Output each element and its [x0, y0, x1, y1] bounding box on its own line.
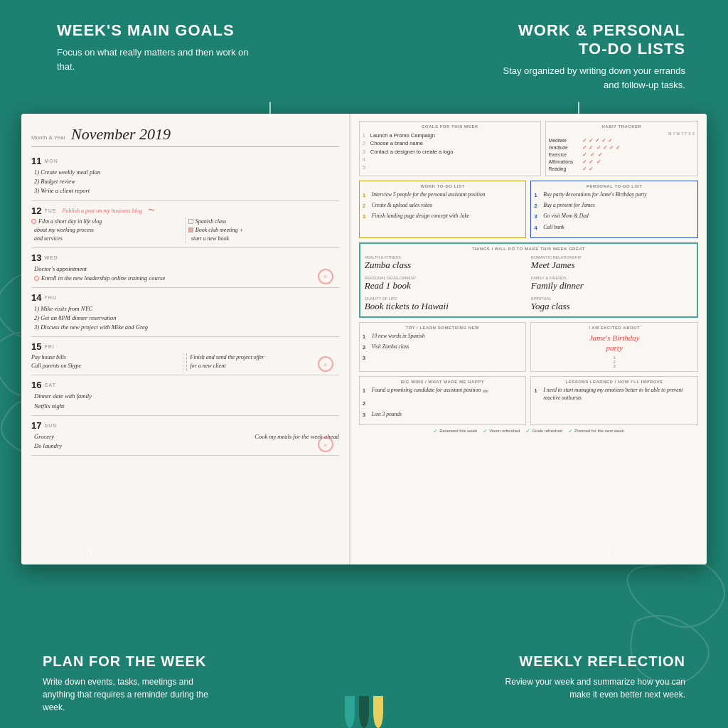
day-name-13: WED [44, 255, 58, 260]
arrow-down-right-icon: ↓ [572, 92, 586, 124]
habit-meditate: Meditate ✓✓✓✓✓ [549, 137, 695, 144]
bottom-right-body: Review your week and summarize how you c… [500, 675, 685, 701]
things-section: THINGS I WILL DO TO MAKE THIS WEEK GREAT… [359, 242, 698, 318]
habit-tracker: HABIT TRACKER MTWTFSS Meditate ✓✓✓✓✓ Gra… [545, 121, 698, 176]
day-num-16: 16 [31, 380, 41, 390]
arrow-up-left-icon: ↑ [85, 540, 96, 564]
goal-2: 2Choose a brand name [363, 139, 537, 147]
stamp-15: ⊕ [318, 356, 333, 372]
day-row-17: 17 SUN Grocery Do laundry Cook my meals … [31, 417, 339, 456]
lessons-title: LESSONS LEARNED / HOW I'LL IMPROVE [534, 380, 695, 384]
bookmark-yellow [373, 696, 383, 728]
arrow-up-right-icon: ↑ [604, 540, 614, 564]
left-page: Month & Year November 2019 11 MON 1) Cre… [21, 114, 350, 564]
try-title: TRY / LEARN SOMETHING NEW [363, 326, 523, 330]
goals-title: GOALS FOR THIS WEEK [363, 124, 537, 129]
win-1: 1 Found a promising candidate for assist… [363, 387, 523, 397]
personal-todo-title: PERSONAL TO-DO LIST [534, 184, 695, 188]
day-num-13: 13 [31, 252, 41, 263]
top-left-body: Focus on what really matters and then wo… [57, 46, 256, 73]
habit-affirmations: Affirmations ✓✓✓ [549, 159, 695, 165]
day-num-12: 12 [31, 205, 41, 216]
check-done-icon [188, 228, 193, 232]
win-2: 2 [363, 400, 523, 407]
check-bullet-icon [188, 219, 193, 224]
habit-title: HABIT TRACKER [549, 124, 695, 129]
wins-title: BIG WINS / WHAT MADE ME HAPPY [363, 380, 523, 384]
things-grid: Health & Fitness Zumba class Romantic Re… [363, 254, 694, 314]
habit-reading: Reading ✓✓ [549, 166, 695, 172]
day-num-15: 15 [31, 341, 41, 352]
right-page: GOALS FOR THIS WEEK 1Launch a Promo Camp… [350, 114, 707, 564]
top-left-label: WEEK'S MAIN GOALS Focus on what really m… [57, 21, 256, 92]
day-name-16: SAT [44, 382, 55, 387]
habit-exercise: Exercice ✓✓✓ [549, 151, 695, 158]
work-todo: WORK TO-DO LIST 1 Interview 5 people for… [359, 181, 527, 238]
excited-items-numbered: 123 [534, 355, 695, 368]
tue-right-col: Spanish class Book club meeting + start … [188, 218, 339, 243]
goal-5: 5 [363, 164, 537, 171]
excited-text: Jame's Birthday party [534, 333, 695, 353]
bookmark-teal [345, 696, 355, 728]
bottom-left-heading: PLAN FOR THE WEEK [43, 653, 228, 670]
day-num-11: 11 [31, 156, 41, 166]
day-name-11: MON [44, 159, 58, 164]
bookmarks [345, 696, 383, 728]
sun-left: Grocery Do laundry [31, 432, 196, 451]
day-content-14: 1) Mike visits from NYC 2) Get an 8PM di… [31, 304, 339, 333]
things-spiritual: Spiritual Yoga class [530, 295, 694, 314]
personal-todo-1: 1 Buy party decorations for Jame's Birth… [534, 191, 695, 199]
day-name-15: FRI [44, 344, 54, 349]
personal-todo-4: 4 Call bank [534, 224, 695, 232]
things-title: THINGS I WILL DO TO MAKE THIS WEEK GREAT [363, 247, 694, 251]
day-content-15: Pay house bills Call parents on Skype Fi… [31, 353, 339, 370]
goals-section: GOALS FOR THIS WEEK 1Launch a Promo Camp… [359, 121, 541, 176]
pencil-icon: ✏ [483, 387, 488, 397]
fri-right-col: Finish and send the project offer for a … [186, 353, 338, 370]
top-right-label: WORK & PERSONAL TO-DO LISTS Stay organiz… [486, 21, 685, 92]
day-row-14: 14 THU 1) Mike visits from NYC 2) Get an… [31, 289, 339, 338]
circle-bullet-13 [34, 276, 39, 281]
day-name-12: TUE [44, 208, 56, 213]
bottom-right-label: WEEKLY REFLECTION Review your week and s… [500, 653, 685, 714]
goal-1: 1Launch a Promo Campaign [363, 132, 537, 139]
stamp-17: ⊕ [318, 437, 333, 452]
day-content-11: 1) Create weekly meal plan 2) Budget rev… [31, 168, 339, 196]
things-personal-dev: Personal Development Read 1 book [363, 274, 528, 293]
personal-todo: PERSONAL TO-DO LIST 1 Buy party decorati… [530, 181, 698, 238]
check-icon-3: ✓ [525, 428, 530, 434]
bookmark-dark [359, 696, 369, 728]
rp-top-section: GOALS FOR THIS WEEK 1Launch a Promo Camp… [359, 121, 698, 176]
try-excited-section: TRY / LEARN SOMETHING NEW 1 10 new words… [359, 322, 698, 373]
goal-4: 4 [363, 156, 537, 164]
wins-section: BIG WINS / WHAT MADE ME HAPPY 1 Found a … [359, 376, 527, 424]
fri-left-col: Pay house bills Call parents on Skype [31, 353, 183, 370]
habit-grid: MTWTFSS Meditate ✓✓✓✓✓ Gratitude ✓✓✓✓✓✓ [549, 132, 695, 172]
work-todo-1: 1 Interview 5 people for the personal as… [363, 191, 523, 199]
month-label: Month & Year [31, 134, 65, 141]
day-row-12: 12 TUE Publish a post on my business blo… [31, 203, 339, 248]
goal-3: 3Contact a designer to create a logo [363, 148, 537, 156]
lesson-1: 1 I need to start managing my emotions b… [534, 387, 695, 402]
day-num-17: 17 [31, 420, 41, 431]
excited-line1: Jame's Birthday [534, 333, 695, 343]
win-3: 3 Lost 3 pounds [363, 411, 523, 419]
top-right-body: Stay organized by writing down your erra… [486, 64, 685, 92]
month-header: Month & Year November 2019 [31, 125, 339, 147]
day-row-13: 13 WED Doctor's appointment Enroll in th… [31, 250, 339, 288]
arrow-down-left-icon: ↓ [263, 92, 277, 124]
work-todo-2: 2 Create & upload sales video [363, 202, 523, 210]
excited-title: I AM EXCITED ABOUT [534, 326, 695, 330]
planner-notebook: Month & Year November 2019 11 MON 1) Cre… [21, 114, 707, 564]
day-row-15: 15 FRI Pay house bills Call parents on S… [31, 338, 339, 375]
things-quality: Quality of Life Book tickets to Hawaii [363, 295, 528, 314]
wins-lessons-section: BIG WINS / WHAT MADE ME HAPPY 1 Found a … [359, 376, 698, 424]
footer-vision: ✓Vision refreshed [483, 428, 520, 434]
things-romantic: Romantic Relationship Meet James [530, 254, 694, 272]
day-content-13: Doctor's appointment Enroll in the new l… [31, 264, 339, 283]
excited-section: I AM EXCITED ABOUT Jame's Birthday party… [530, 322, 698, 373]
day-name-14: THU [44, 295, 56, 300]
excited-nums: 123 [614, 355, 616, 368]
day-content-17: Grocery Do laundry Cook my meals for the… [31, 432, 339, 451]
bottom-left-body: Write down events, tasks, meetings and a… [43, 675, 228, 714]
